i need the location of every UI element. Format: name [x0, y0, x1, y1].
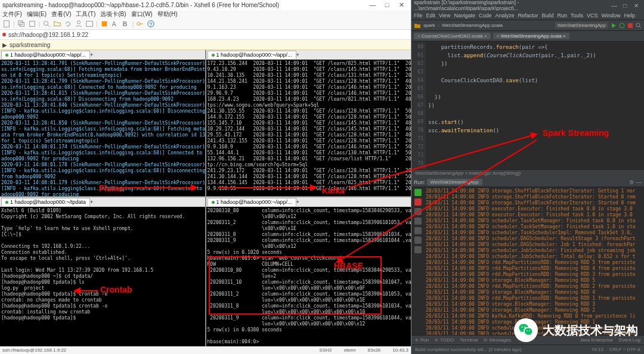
terminal-tab[interactable]: 1 hadoop@hadoop000:~/tpdata [1, 198, 90, 206]
xshell-window: sparkstreaming - hadoop@hadoop000:~/app/… [0, 0, 411, 354]
add-tab-button[interactable]: + [296, 52, 299, 58]
status-tab[interactable]: 0: Messages [484, 337, 511, 343]
add-tab-button[interactable]: + [90, 199, 93, 205]
menu-item[interactable]: VCS [587, 13, 598, 18]
menu-item[interactable]: Window [602, 13, 621, 18]
status-tab[interactable]: 6: TODO [435, 337, 454, 343]
command-text: sparkstreaming [10, 42, 50, 48]
add-tab-button[interactable]: + [90, 52, 93, 58]
menu-item[interactable]: Code [479, 13, 492, 18]
menu-item[interactable]: 编辑(E) [27, 10, 47, 18]
paste-icon[interactable] [28, 20, 36, 28]
search-icon[interactable] [636, 23, 642, 29]
terminal-tab[interactable]: 1 hadoop@hadoop000:~/app/... [208, 198, 296, 206]
app-title: sparkstreaming - hadoop@hadoop000:~/app/… [2, 2, 279, 8]
window-icon[interactable] [85, 20, 94, 28]
status-tab[interactable]: Terminal [460, 337, 478, 343]
project-name[interactable]: spark [423, 23, 435, 28]
menu-item[interactable]: File [414, 13, 423, 18]
copy-icon[interactable] [17, 20, 26, 28]
stop-icon[interactable] [414, 198, 422, 206]
minimize-button[interactable]: — [366, 1, 380, 8]
svg-rect-0 [4, 21, 10, 27]
terminal-output[interactable]: Xshell 6 (Build 0109) Copyright (c) 2002… [0, 207, 205, 346]
color-icon[interactable] [100, 20, 109, 28]
person-icon[interactable] [75, 20, 83, 28]
terminal-tab[interactable]: 1 hadoop@hadoop000:~/app/... [208, 51, 296, 59]
code-area[interactable]: partitionRecords.foreach(pair =>{ list.a… [426, 42, 644, 169]
menu-item[interactable]: 窗口(W) [131, 10, 153, 18]
folder-icon[interactable] [53, 20, 61, 28]
minimize-button[interactable]: — [609, 2, 620, 9]
minimize-tool-icon[interactable]: — [636, 179, 642, 185]
menu-item[interactable]: 选项卡(B) [100, 10, 126, 18]
terminal-tab[interactable]: 1 hadoop@hadoop000:~/app/... [1, 51, 90, 59]
ide-toolbar: spark › WebStatStreamingApp.scala WebSta… [411, 20, 644, 31]
debug-icon[interactable] [619, 23, 625, 29]
folder-icon[interactable] [414, 22, 421, 29]
menu-item[interactable]: Edit [426, 13, 436, 18]
menu-item[interactable]: Navigate [454, 13, 475, 18]
menu-item[interactable]: Run [558, 13, 568, 18]
menu-item[interactable]: Refactor [518, 13, 538, 18]
refresh-icon[interactable] [64, 20, 72, 28]
terminal-pane-hbase: 1 hadoop@hadoop000:~/app/... + 20200310_… [206, 197, 411, 346]
pause-icon[interactable] [414, 208, 422, 215]
menu-item[interactable]: Help [624, 13, 636, 18]
menu-item[interactable]: Build [541, 13, 553, 18]
cursor-pos: 74:13 [592, 347, 603, 352]
menu-item[interactable]: View [439, 13, 450, 18]
xshell-statusbar: ssh://hadoop@192.168.1.9:22 SSH2 xterm 8… [0, 346, 411, 354]
search-icon[interactable] [42, 20, 51, 28]
status-item: 10.43,3 [392, 347, 408, 353]
trash-icon[interactable] [414, 246, 422, 253]
stop-icon[interactable] [627, 23, 633, 29]
svg-point-15 [620, 23, 624, 28]
console-output[interactable]: 20/03/11 14:09:00 INFO storage.ShuffleBl… [426, 188, 642, 334]
font-icon[interactable]: A [111, 20, 119, 28]
help-icon[interactable]: ? [147, 20, 155, 28]
close-button[interactable]: ✕ [631, 2, 642, 9]
key-icon[interactable] [136, 20, 144, 28]
code-editor[interactable]: 606162636465666768697071727374 partition… [411, 42, 644, 169]
close-button[interactable]: ✕ [394, 1, 408, 9]
editor-tab[interactable]: ○ CourseClickCountDAO.scala × [414, 33, 491, 39]
doc-icon[interactable] [2, 20, 11, 28]
file-breadcrumb[interactable]: WebStatStreamingApp.scala [442, 23, 503, 28]
add-tab-button[interactable]: + [296, 199, 299, 205]
menu-item[interactable]: 帮助(H) [157, 10, 178, 18]
line-gutter: 606162636465666768697071727374 [411, 42, 426, 169]
maximize-button[interactable]: □ [380, 1, 394, 8]
encoding[interactable]: CRLF ÷ UTF-8 [609, 347, 640, 352]
rerun-icon[interactable] [414, 189, 422, 196]
maximize-button[interactable]: □ [620, 2, 630, 9]
menu-item[interactable]: Tools [571, 13, 583, 18]
menu-item[interactable]: 查看(V) [51, 10, 71, 18]
svg-rect-2 [20, 23, 24, 27]
editor-tab-active[interactable]: ○ WebStatStreamingApp.scala × [493, 33, 569, 39]
ide-titlebar[interactable]: sparkstrain [D:\sparkstreaming\sparkstra… [411, 0, 644, 11]
menu-item[interactable]: 工具(T) [76, 10, 95, 18]
editor-breadcrumb[interactable]: WebStatStreamingApp > main(args: Array[S… [411, 169, 644, 178]
export-icon[interactable] [414, 237, 422, 244]
down-icon[interactable] [414, 218, 422, 225]
run-config-dropdown[interactable]: WebStatStreamingApp [555, 22, 608, 29]
status-tab[interactable]: 4: Run [415, 337, 429, 343]
run-icon[interactable] [611, 23, 617, 29]
address-bar[interactable]: ssh://hadoop@192.168.1.9:22 [0, 30, 411, 40]
svg-rect-8 [101, 21, 107, 27]
terminal-output[interactable]: 20200310_80 column=info:click_count, tim… [206, 207, 411, 346]
svg-rect-1 [18, 21, 22, 25]
terminal-output[interactable]: 172.23.156.244 2020-03-11 14:09:01 "GET … [206, 60, 411, 196]
gear-icon[interactable]: ⚙ [629, 179, 634, 185]
terminal-output[interactable]: 2020-03-11 13:28:41.791 (SinkRunner-Poll… [0, 60, 205, 196]
print-icon[interactable] [414, 227, 422, 234]
xshell-titlebar[interactable]: sparkstreaming - hadoop@hadoop000:~/app/… [0, 0, 411, 10]
menu-item[interactable]: 文件(F) [2, 10, 22, 18]
menu-item[interactable]: Analyze [495, 13, 514, 18]
bold-icon[interactable]: B [122, 20, 130, 28]
editor-tabs: ○ CourseClickCountDAO.scala × ○ WebStatS… [411, 31, 644, 42]
run-tab-name[interactable]: WebStatStreamingApp [427, 179, 482, 185]
command-bar[interactable]: ▶ sparkstreaming [0, 40, 411, 50]
run-console[interactable]: 20/03/11 14:09:00 INFO storage.ShuffleBl… [411, 187, 644, 335]
